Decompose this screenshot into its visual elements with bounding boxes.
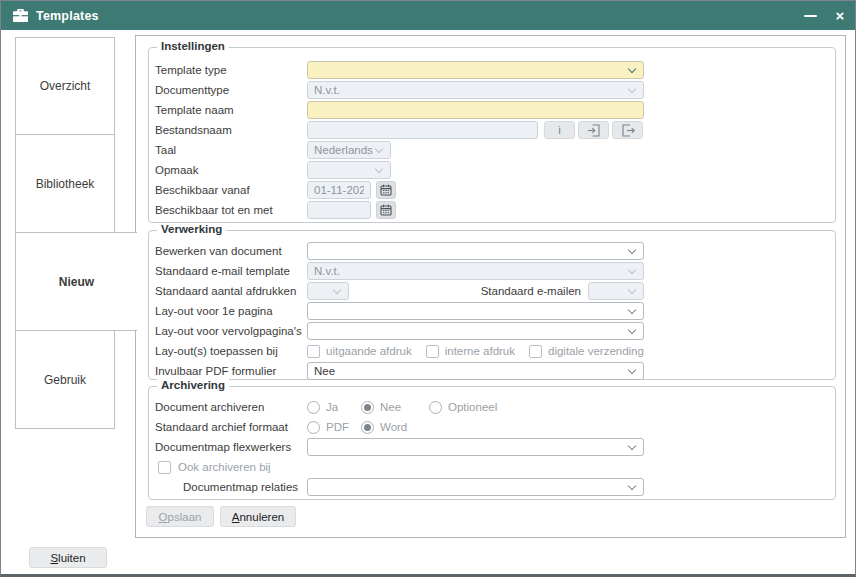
title-bar: Templates × [1, 1, 855, 30]
group-legend: Verwerking [157, 223, 226, 235]
field-row-template-naam: Template naam [155, 100, 829, 120]
documenttype-select: N.v.t. [307, 81, 644, 99]
import-document-icon [587, 124, 601, 137]
radio-selected-icon [361, 421, 374, 434]
group-verwerking: Verwerking Bewerken van document Standaa… [148, 230, 836, 380]
field-row-email-template: Standaard e-mail template N.v.t. [155, 261, 829, 281]
chevron-down-icon [628, 266, 636, 274]
chevron-down-icon [628, 326, 636, 334]
minimize-button[interactable] [795, 1, 825, 30]
chevron-down-icon [628, 286, 636, 294]
field-label: Template type [155, 64, 307, 76]
radio-icon [307, 421, 320, 434]
chevron-down-icon [628, 65, 636, 73]
radio-icon [429, 401, 442, 414]
group-archivering: Archivering Document archiveren Ja Nee O… [148, 386, 836, 500]
field-row-layout-vervolg: Lay-out voor vervolgpagina's [155, 321, 829, 341]
radio-nee: Nee [361, 401, 429, 414]
opslaan-button[interactable]: Opslaan [146, 506, 214, 527]
chevron-down-icon [333, 286, 341, 294]
import-document-button[interactable] [578, 121, 609, 139]
tab-label: Nieuw [59, 275, 94, 289]
radio-ja: Ja [307, 401, 361, 414]
minimize-icon [804, 15, 817, 17]
chevron-down-icon [375, 165, 383, 173]
checkbox-icon [307, 345, 320, 358]
field-row-ook-archiveren: Ook archiveren bij [155, 457, 829, 477]
checkbox-uitgaande-afdruk: uitgaande afdruk [307, 345, 426, 358]
invulbaar-pdf-select[interactable]: Nee [307, 362, 644, 380]
checkbox-icon [426, 345, 439, 358]
field-label: Beschikbaar vanaf [155, 184, 307, 196]
checkbox-interne-afdruk: interne afdruk [426, 345, 529, 358]
export-document-icon [621, 124, 635, 137]
tab-gebruik[interactable]: Gebruik [15, 330, 115, 429]
field-row-bewerken: Bewerken van document [155, 241, 829, 261]
combo-value: N.v.t. [314, 265, 340, 277]
chevron-down-icon [628, 442, 636, 450]
field-row-beschikbaar-vanaf: Beschikbaar vanaf [155, 180, 829, 200]
chevron-down-icon [628, 482, 636, 490]
field-row-archief-formaat: Standaard archief formaat PDF Word [155, 417, 829, 437]
tab-overzicht[interactable]: Overzicht [15, 37, 115, 135]
chevron-down-icon [628, 85, 636, 93]
radio-icon [307, 401, 320, 414]
field-row-documenttype: Documenttype N.v.t. [155, 80, 829, 100]
group-instellingen: Instellingen Template type Documenttype … [148, 47, 836, 223]
tab-label: Overzicht [40, 79, 91, 93]
chevron-down-icon [628, 246, 636, 254]
close-icon: × [836, 8, 845, 23]
field-row-invulbaar-pdf: Invulbaar PDF formulier Nee [155, 361, 829, 381]
radio-label: Word [380, 421, 407, 433]
chevron-down-icon [628, 306, 636, 314]
info-button[interactable]: i [544, 121, 575, 139]
field-label: Standaard aantal afdrukken [155, 285, 307, 297]
export-document-button[interactable] [612, 121, 643, 139]
field-label: Bestandsnaam [155, 124, 307, 136]
documentmap-relaties-select[interactable] [307, 478, 644, 496]
radio-pdf: PDF [307, 421, 361, 434]
bewerken-document-select[interactable] [307, 242, 644, 260]
layout-1e-pagina-select[interactable] [307, 302, 644, 320]
field-row-bestandsnaam: Bestandsnaam i [155, 120, 829, 140]
field-row-opmaak: Opmaak [155, 160, 829, 180]
field-row-aantal-afdrukken: Standaard aantal afdrukken Standaard e-m… [155, 281, 829, 301]
calendar-button[interactable] [376, 201, 396, 219]
field-label: Taal [155, 144, 307, 156]
calendar-button[interactable] [376, 181, 396, 199]
field-label: Standaard archief formaat [155, 421, 307, 433]
field-label: Documenttype [155, 84, 307, 96]
field-label: Standaard e-mailen [349, 285, 581, 297]
ook-archiveren-checkbox [158, 461, 171, 474]
template-type-select[interactable] [307, 61, 644, 79]
radio-word: Word [361, 421, 407, 434]
radio-label: Optioneel [448, 401, 497, 413]
field-label: Opmaak [155, 164, 307, 176]
documentmap-flexwerkers-select[interactable] [307, 438, 644, 456]
tab-bibliotheek[interactable]: Bibliotheek [15, 134, 115, 233]
bestandsnaam-input [307, 121, 538, 139]
group-legend: Instellingen [157, 40, 229, 52]
group-legend: Archivering [157, 379, 229, 391]
field-label: Lay-out(s) toepassen bij [155, 345, 307, 357]
close-button[interactable]: × [825, 1, 855, 30]
field-row-beschikbaar-tot: Beschikbaar tot en met [155, 200, 829, 220]
calendar-icon [380, 204, 392, 216]
field-label: Template naam [155, 104, 307, 116]
field-label: Bewerken van document [155, 245, 307, 257]
layout-vervolgpagina-select[interactable] [307, 322, 644, 340]
aantal-afdrukken-select [307, 282, 349, 300]
template-naam-input[interactable] [307, 101, 644, 119]
sluiten-button[interactable]: Sluiten [29, 547, 107, 568]
field-label: Lay-out voor 1e pagina [155, 305, 307, 317]
checkbox-icon [529, 345, 542, 358]
calendar-icon [380, 184, 392, 196]
templates-dialog: Templates × Overzicht Bibliotheek Nieuw … [0, 0, 856, 577]
field-row-documentmap-flexwerkers: Documentmap flexwerkers [155, 437, 829, 457]
field-label: Documentmap relaties [155, 481, 307, 493]
emailen-select [588, 282, 644, 300]
tab-nieuw[interactable]: Nieuw [15, 232, 137, 331]
annuleren-button[interactable]: Annuleren [220, 506, 296, 527]
email-template-select: N.v.t. [307, 262, 644, 280]
radio-label: Ja [326, 401, 338, 413]
